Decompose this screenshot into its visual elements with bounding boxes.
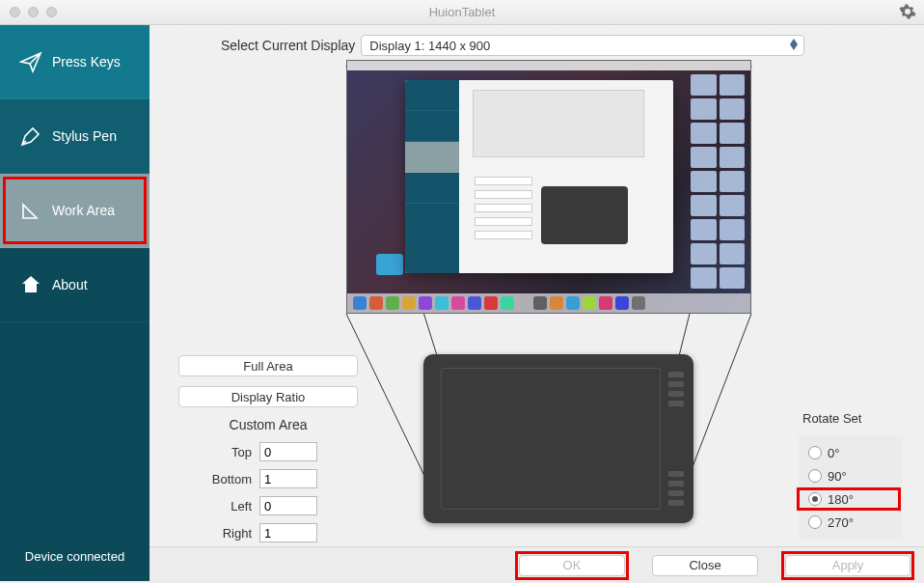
left-label: Left [178, 499, 259, 514]
tablet-preview[interactable] [423, 354, 693, 523]
sidebar-item-label: Work Area [52, 203, 115, 218]
rotate-option-label: 90° [828, 469, 847, 484]
close-window-icon[interactable] [10, 7, 20, 17]
full-area-button[interactable]: Full Area [178, 355, 358, 376]
work-area-preview: Full Area Display Ratio Custom Area Top … [163, 60, 910, 542]
top-input[interactable] [259, 442, 317, 461]
custom-area-label: Custom Area [178, 417, 358, 432]
apply-button-wrap: Apply [785, 555, 910, 576]
radio-icon [808, 469, 822, 483]
titlebar: HuionTablet [0, 0, 924, 25]
rotate-option-label: 270° [828, 515, 854, 530]
minimize-window-icon[interactable] [28, 7, 39, 17]
rotate-panel: Rotate Set 0° 90° 180° [799, 411, 903, 540]
sidebar-item-about[interactable]: About [0, 248, 149, 322]
window-title: HuionTablet [429, 5, 496, 19]
sidebar-item-stylus-pen[interactable]: Stylus Pen [0, 99, 149, 174]
display-select[interactable]: Display 1: 1440 x 900 [361, 35, 804, 56]
rotate-option-90[interactable]: 90° [802, 464, 899, 487]
display-select-value: Display 1: 1440 x 900 [369, 39, 490, 53]
apply-button[interactable]: Apply [785, 555, 910, 576]
paper-plane-icon [19, 50, 42, 73]
display-select-label: Select Current Display [221, 38, 355, 53]
radio-icon [808, 515, 822, 529]
left-input[interactable] [259, 496, 317, 515]
sidebar-item-label: Stylus Pen [52, 128, 117, 144]
close-button[interactable]: Close [652, 555, 758, 576]
pen-icon [19, 125, 42, 148]
close-button-wrap: Close [652, 555, 758, 576]
zoom-window-icon[interactable] [46, 7, 57, 17]
rotate-option-180[interactable]: 180° [802, 487, 899, 511]
rotate-option-0[interactable]: 0° [802, 441, 899, 464]
radio-icon [808, 492, 822, 506]
sidebar: Press Keys Stylus Pen Work Area About De… [0, 25, 149, 583]
top-label: Top [178, 445, 259, 459]
ok-button[interactable]: OK [519, 555, 625, 576]
footer: OK Close Apply [149, 546, 924, 583]
rotate-title: Rotate Set [799, 411, 903, 426]
right-label: Right [178, 526, 259, 541]
sidebar-item-work-area[interactable]: Work Area [0, 174, 149, 248]
display-preview[interactable] [346, 60, 751, 314]
chevron-updown-icon [790, 39, 798, 50]
sidebar-item-label: Press Keys [52, 54, 121, 69]
triangle-ruler-icon [19, 199, 42, 222]
device-status: Device connected [0, 532, 149, 581]
settings-button[interactable] [899, 3, 916, 23]
rotate-option-label: 0° [828, 446, 839, 460]
main-panel: Select Current Display Display 1: 1440 x… [149, 25, 924, 583]
right-input[interactable] [259, 523, 317, 542]
ok-button-wrap: OK [519, 555, 625, 576]
area-controls: Full Area Display Ratio Custom Area Top … [178, 355, 369, 550]
home-icon [19, 273, 42, 296]
gear-icon [899, 3, 916, 20]
rotate-option-label: 180° [828, 492, 854, 507]
bottom-label: Bottom [178, 472, 259, 486]
bottom-input[interactable] [259, 469, 317, 488]
radio-icon [808, 446, 822, 459]
sidebar-item-press-keys[interactable]: Press Keys [0, 25, 149, 99]
display-ratio-button[interactable]: Display Ratio [178, 386, 358, 407]
window-controls [10, 7, 57, 17]
rotate-option-270[interactable]: 270° [802, 511, 899, 534]
sidebar-item-label: About [52, 277, 88, 292]
